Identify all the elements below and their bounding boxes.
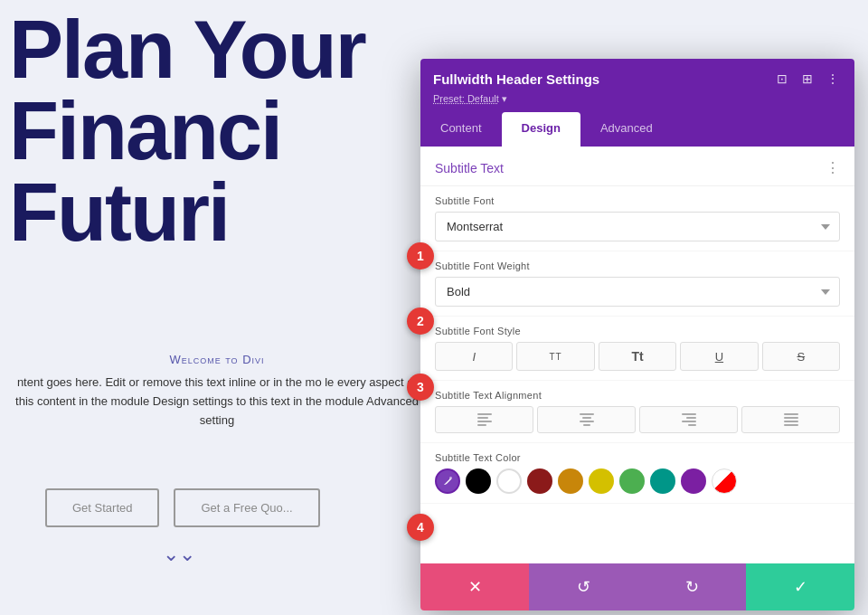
align-buttons-group xyxy=(435,406,840,433)
align-right-button[interactable] xyxy=(639,406,738,433)
subtitle-font-weight-select[interactable]: Bold Normal Light Thin xyxy=(435,277,840,307)
subtitle-text-color-group: Subtitle Text Color xyxy=(420,443,854,504)
subtitle-font-style-label: Subtitle Font Style xyxy=(435,326,840,336)
style-underline-button[interactable]: U xyxy=(680,342,758,371)
style-tt-small-button[interactable]: TT xyxy=(516,342,594,371)
color-swatches-group xyxy=(435,468,840,494)
section-header: Subtitle Text ⋮ xyxy=(420,147,854,186)
color-swatch-green[interactable] xyxy=(619,468,645,494)
tab-design[interactable]: Design xyxy=(502,112,580,147)
step-badge-3: 3 xyxy=(407,374,434,401)
step-badge-1: 1 xyxy=(407,242,434,270)
style-strikethrough-button[interactable]: S xyxy=(762,342,840,371)
align-justify-button[interactable] xyxy=(741,406,840,433)
panel-actions: ✕ ↺ ↻ ✓ xyxy=(420,563,854,610)
settings-panel: Fullwidth Header Settings ⊡ ⊞ ⋮ Preset: … xyxy=(420,59,854,610)
color-swatch-purple[interactable] xyxy=(681,468,706,494)
align-left-button[interactable] xyxy=(435,406,533,433)
panel-title: Fullwidth Header Settings xyxy=(433,71,599,87)
step-badge-4: 4 xyxy=(407,514,434,541)
cancel-button[interactable]: ✕ xyxy=(420,563,529,610)
section-more-icon[interactable]: ⋮ xyxy=(826,159,840,176)
tab-advanced[interactable]: Advanced xyxy=(580,112,673,147)
undo-button[interactable]: ↺ xyxy=(529,563,637,610)
subtitle-font-weight-select-wrapper: Bold Normal Light Thin xyxy=(435,277,840,307)
page-buttons: Get Started Get a Free Quo... xyxy=(45,488,320,527)
confirm-button[interactable]: ✓ xyxy=(746,563,854,610)
redo-icon: ↻ xyxy=(685,577,699,597)
color-swatch-black[interactable] xyxy=(466,468,491,494)
expand-icon[interactable]: ⊞ xyxy=(798,70,816,88)
subtitle-font-group: Subtitle Font Montserrat Open Sans Robot… xyxy=(420,186,854,251)
subtitle-font-select-wrapper: Montserrat Open Sans Roboto Lato xyxy=(435,212,840,241)
scroll-chevron: ⌄⌄ xyxy=(163,543,195,566)
minimize-icon[interactable]: ⊡ xyxy=(773,70,791,88)
confirm-icon: ✓ xyxy=(794,577,807,597)
color-swatch-white[interactable] xyxy=(496,468,522,494)
svg-point-0 xyxy=(449,477,452,479)
panel-header-top: Fullwidth Header Settings ⊡ ⊞ ⋮ xyxy=(433,70,842,88)
free-quote-button[interactable]: Get a Free Quo... xyxy=(174,488,319,527)
subtitle-text-alignment-group: Subtitle Text Alignment xyxy=(420,381,854,443)
subtitle-font-label: Subtitle Font xyxy=(435,195,840,206)
cancel-icon: ✕ xyxy=(468,577,482,597)
subtitle-font-weight-group: Subtitle Font Weight Bold Normal Light T… xyxy=(420,251,854,317)
panel-preset[interactable]: Preset: Default ▾ xyxy=(433,93,842,105)
color-swatch-teal[interactable] xyxy=(650,468,675,494)
page-subtitle-area: Welcome to Divi ntent goes here. Edit or… xyxy=(9,353,425,430)
step-badge-2: 2 xyxy=(407,308,434,335)
subtitle-font-select[interactable]: Montserrat Open Sans Roboto Lato xyxy=(435,212,840,241)
panel-header: Fullwidth Header Settings ⊡ ⊞ ⋮ Preset: … xyxy=(420,59,854,112)
subtitle-font-style-group: Subtitle Font Style I TT Tt U S xyxy=(420,317,854,381)
color-swatch-yellow[interactable] xyxy=(589,468,614,494)
color-swatch-none[interactable] xyxy=(712,468,737,494)
color-picker-button[interactable] xyxy=(435,468,460,494)
redo-button[interactable]: ↻ xyxy=(637,563,746,610)
align-center-button[interactable] xyxy=(537,406,636,433)
welcome-text: Welcome to Divi xyxy=(9,353,425,366)
style-tt-large-button[interactable]: Tt xyxy=(599,342,676,371)
body-text: ntent goes here. Edit or remove this tex… xyxy=(9,374,425,430)
panel-tabs: Content Design Advanced xyxy=(420,112,854,147)
tab-content[interactable]: Content xyxy=(420,112,502,147)
get-started-button[interactable]: Get Started xyxy=(45,488,159,527)
style-buttons-group: I TT Tt U S xyxy=(435,342,840,371)
subtitle-font-weight-label: Subtitle Font Weight xyxy=(435,260,840,271)
subtitle-text-alignment-label: Subtitle Text Alignment xyxy=(435,390,840,401)
color-swatch-orange[interactable] xyxy=(558,468,583,494)
undo-icon: ↺ xyxy=(577,577,590,597)
subtitle-text-color-label: Subtitle Text Color xyxy=(435,452,840,463)
panel-body: Subtitle Text ⋮ Subtitle Font Montserrat… xyxy=(420,147,854,563)
hero-text: Plan YourFinanciFuturi xyxy=(9,9,365,253)
section-title: Subtitle Text xyxy=(435,161,504,175)
more-icon[interactable]: ⋮ xyxy=(824,70,842,88)
color-swatch-darkred[interactable] xyxy=(527,468,552,494)
style-italic-button[interactable]: I xyxy=(435,342,513,371)
panel-header-icons: ⊡ ⊞ ⋮ xyxy=(773,70,842,88)
